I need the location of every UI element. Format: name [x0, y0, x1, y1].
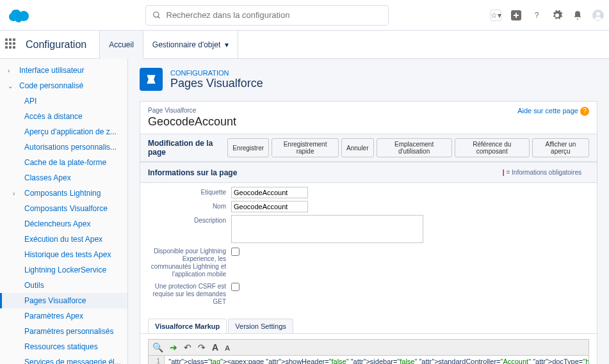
svg-line-1 — [158, 16, 159, 18]
tree-item[interactable]: Services de messagerie él... — [0, 354, 127, 364]
tree-item[interactable]: API — [0, 93, 127, 109]
editor-fontsize-icon[interactable]: ᴀ — [225, 342, 230, 352]
tree-item-custom-code[interactable]: ⌄Code personnalisé — [0, 78, 127, 93]
tab-version[interactable]: Version Settings — [228, 319, 293, 333]
chevron-right-icon: › — [8, 67, 15, 74]
tree-item-ui[interactable]: ›Interface utilisateur — [0, 63, 127, 78]
app-launcher-icon[interactable] — [5, 38, 18, 51]
add-icon[interactable] — [510, 10, 522, 21]
code-editor: 🔍 ➔ ↶ ↷ A ᴀ 123456789101112 "attr">class… — [148, 339, 589, 364]
search-icon — [152, 11, 161, 20]
tree-item[interactable]: Outils — [0, 278, 127, 293]
page-header: CONFIGURATION Pages Visualforce — [128, 59, 609, 96]
input-etiquette[interactable] — [231, 187, 308, 198]
top-bar: ☆▾ ? — [0, 0, 609, 31]
label-nom: Nom — [148, 201, 231, 210]
tree-item[interactable]: Déclencheurs Apex — [0, 216, 127, 232]
tree-item[interactable]: Paramètres Apex — [0, 308, 127, 324]
input-description[interactable] — [231, 215, 423, 243]
section-modification: Modification de la page EnregistrerEnreg… — [140, 134, 597, 162]
label-description: Description — [148, 215, 231, 224]
setup-tree: ›Interface utilisateur ⌄Code personnalis… — [0, 59, 128, 364]
notifications-icon[interactable] — [572, 10, 583, 21]
tree-item[interactable]: Pages Visualforce — [0, 293, 127, 308]
tree-item[interactable]: Historique des tests Apex — [0, 247, 127, 262]
checkbox-available[interactable] — [231, 248, 240, 256]
action-button[interactable]: Annuler — [341, 138, 373, 157]
action-button[interactable]: Emplacement d'utilisation — [377, 138, 452, 157]
tree-item[interactable]: Aperçu d'application de z... — [0, 124, 127, 139]
setup-gear-icon[interactable] — [551, 10, 563, 21]
tree-item[interactable]: Paramètres personnalisés — [0, 324, 127, 339]
visualforce-icon — [140, 68, 163, 91]
svg-point-4 — [596, 12, 600, 15]
editor-undo-icon[interactable]: ↶ — [184, 342, 191, 352]
tab-markup[interactable]: Visualforce Markup — [148, 319, 227, 333]
tree-item[interactable]: Composants Visualforce — [0, 201, 127, 216]
chevron-down-icon: ▾ — [225, 40, 229, 49]
editor-font-icon[interactable]: A — [212, 342, 218, 352]
salesforce-logo — [5, 6, 33, 25]
page-title: Pages Visualforce — [170, 77, 263, 90]
favorites-button[interactable]: ☆▾ — [490, 10, 501, 21]
avatar-icon[interactable] — [592, 10, 604, 21]
code-content[interactable]: "attr">class="tag"><apex:page "attr">sho… — [165, 356, 589, 364]
tree-item[interactable]: Lightning LockerService — [0, 262, 127, 278]
search-input[interactable] — [166, 10, 382, 20]
tree-item[interactable]: Accès à distance — [0, 109, 127, 124]
context-bar: Configuration Accueil Gestionnaire d'obj… — [0, 31, 609, 59]
page-category: CONFIGURATION — [170, 69, 263, 77]
label-csrf: Une protection CSRF est requise sur les … — [148, 281, 231, 306]
tree-item[interactable]: Ressources statiques — [0, 339, 127, 354]
tree-item[interactable]: Classes Apex — [0, 170, 127, 186]
editor-redo-icon[interactable]: ↷ — [198, 342, 206, 352]
action-button[interactable]: Référence du composant — [455, 138, 530, 157]
tree-item[interactable]: Cache de la plate-forme — [0, 155, 127, 170]
tree-item[interactable]: Exécution du test Apex — [0, 232, 127, 247]
tab-home[interactable]: Accueil — [99, 31, 143, 59]
editor-goto-icon[interactable]: ➔ — [170, 342, 177, 352]
label-available: Disponible pour Lightning Experience, le… — [148, 246, 231, 278]
label-etiquette: Etiquette — [148, 187, 231, 196]
help-icon[interactable]: ? — [531, 10, 542, 21]
main-content: CONFIGURATION Pages Visualforce Aide sur… — [128, 59, 609, 364]
global-search[interactable] — [145, 5, 389, 26]
help-question-icon: ? — [580, 107, 589, 116]
chevron-down-icon: ⌄ — [8, 83, 15, 90]
input-nom[interactable] — [231, 201, 308, 212]
tree-item[interactable]: Autorisations personnalis... — [0, 139, 127, 155]
line-gutter: 123456789101112 — [149, 356, 165, 364]
help-link[interactable]: Aide sur cette page ? — [510, 102, 597, 121]
chevron-right-icon: › — [13, 190, 20, 197]
checkbox-csrf[interactable] — [231, 283, 240, 291]
app-title: Configuration — [26, 39, 86, 51]
editor-search-icon[interactable]: 🔍 — [152, 342, 163, 352]
tree-item[interactable]: ›Composants Lightning — [0, 186, 127, 201]
action-button[interactable]: Enregistrer — [227, 138, 269, 157]
svg-point-0 — [153, 12, 158, 17]
action-button[interactable]: Afficher un aperçu — [532, 138, 589, 157]
section-info: Informations sur la page | = Information… — [140, 162, 597, 183]
tab-object-manager[interactable]: Gestionnaire d'objet ▾ — [143, 31, 238, 59]
action-button[interactable]: Enregistrement rapide — [272, 138, 339, 157]
